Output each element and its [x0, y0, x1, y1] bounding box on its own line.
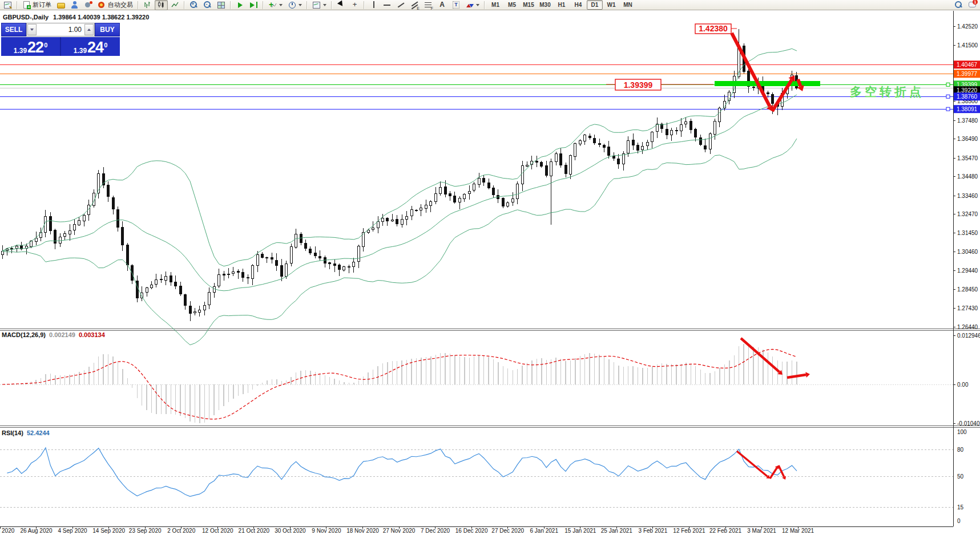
crosshair-tool-button[interactable]: + — [348, 0, 361, 10]
svg-text:1.39220: 1.39220 — [957, 87, 978, 94]
svg-text:21 Oct 2020: 21 Oct 2020 — [239, 528, 270, 534]
chart-canvas[interactable]: 1.423801.39399多空转折点1.425201.415001.38500… — [0, 0, 980, 535]
shapes-tool-button[interactable] — [463, 0, 482, 10]
svg-text:12 Feb 2021: 12 Feb 2021 — [673, 528, 705, 534]
chat-badge: 1 — [973, 0, 978, 5]
zoom-in-button[interactable]: + — [187, 0, 200, 10]
tab-timeframe-d1[interactable]: D1 — [587, 0, 603, 10]
hline-tool-button[interactable] — [381, 0, 394, 10]
vline-tool-button[interactable] — [367, 0, 380, 10]
sell-button[interactable]: SELL — [1, 23, 26, 37]
svg-text:1.29440: 1.29440 — [957, 268, 978, 274]
turning-point-note: 多空转折点 — [850, 85, 924, 99]
line-chart-button[interactable] — [168, 0, 182, 10]
svg-text:22 Feb 2021: 22 Feb 2021 — [709, 528, 742, 534]
indicators-caret-icon — [279, 4, 283, 6]
svg-text:1.40467: 1.40467 — [957, 62, 978, 68]
shapes-caret-icon — [476, 4, 479, 6]
auto-scroll-button[interactable] — [233, 0, 247, 10]
indicators-button[interactable]: + — [266, 0, 285, 10]
tab-timeframe-h1[interactable]: H1 — [554, 0, 570, 10]
svg-text:15: 15 — [957, 504, 964, 510]
fibonacci-tool-button[interactable]: F — [422, 0, 435, 10]
new-order-button[interactable]: + 新订单 — [20, 0, 54, 10]
chart-shift-button[interactable] — [247, 0, 260, 10]
fibonacci-icon: F — [424, 1, 433, 9]
ask-price[interactable]: 1.39240 — [61, 37, 120, 56]
periods-button[interactable] — [285, 0, 304, 10]
svg-text:27 Dec 2020: 27 Dec 2020 — [491, 528, 524, 534]
search-button[interactable] — [952, 0, 965, 10]
chart-shift-icon — [249, 1, 258, 9]
triangle-down-icon — [30, 29, 34, 31]
svg-text:0: 0 — [957, 518, 961, 524]
tab-timeframe-m5[interactable]: M5 — [504, 0, 520, 10]
clock-icon — [288, 1, 296, 9]
volume-box: 1.00 — [26, 23, 95, 37]
svg-text:1.30460: 1.30460 — [957, 249, 978, 255]
hline-icon — [383, 1, 392, 9]
channel-tool-button[interactable]: E — [408, 0, 421, 10]
auto-trading-label: 自动交易 — [108, 1, 133, 9]
buy-button[interactable]: BUY — [95, 23, 120, 37]
volume-down-button[interactable] — [27, 24, 37, 35]
support-zone-bar — [715, 81, 820, 86]
indicators-icon: + — [268, 1, 277, 9]
zoom-out-button[interactable]: - — [201, 0, 214, 10]
cursor-icon — [337, 1, 345, 9]
svg-text:0.00: 0.00 — [957, 382, 969, 388]
svg-text:25 Jan 2021: 25 Jan 2021 — [601, 528, 632, 534]
gold-button[interactable] — [54, 0, 67, 10]
svg-text:23 Sep 2020: 23 Sep 2020 — [129, 528, 162, 534]
tab-timeframe-mn[interactable]: MN — [620, 0, 636, 10]
svg-text:12 Oct 2020: 12 Oct 2020 — [202, 528, 233, 534]
bid-price[interactable]: 1.39220 — [1, 37, 61, 56]
channel-icon: E — [410, 1, 419, 9]
tab-timeframe-m30[interactable]: M30 — [537, 0, 553, 10]
svg-text:-0.010401: -0.010401 — [957, 420, 980, 427]
label-tool-button[interactable]: T — [449, 0, 462, 10]
macd-signal-value: 0.003134 — [79, 331, 105, 338]
volume-up-button[interactable] — [84, 24, 94, 35]
main-toolbar: + 新订单 自动交易 + - + + E F A T M1M5M15M30H1H… — [0, 0, 980, 10]
line-handle — [946, 107, 950, 111]
gold-icon — [57, 1, 65, 9]
tab-timeframe-h4[interactable]: H4 — [570, 0, 586, 10]
tile-windows-button[interactable] — [215, 0, 228, 10]
trendline-icon — [397, 1, 405, 9]
community-button[interactable] — [68, 0, 81, 10]
tab-timeframe-w1[interactable]: W1 — [603, 0, 619, 10]
svg-text:9 Nov 2020: 9 Nov 2020 — [312, 528, 341, 534]
rsi-indicator-label: RSI(14)52.4244 — [2, 429, 50, 436]
chat-button[interactable]: 1 — [966, 0, 979, 10]
new-order-label: 新订单 — [33, 1, 51, 9]
text-tool-button[interactable]: A — [435, 0, 449, 10]
svg-text:27 Nov 2020: 27 Nov 2020 — [383, 528, 416, 534]
svg-text:1.35470: 1.35470 — [957, 155, 978, 161]
periods-caret-icon — [299, 4, 302, 6]
svg-text:3 Mar 2021: 3 Mar 2021 — [747, 528, 776, 534]
svg-text:0.012946: 0.012946 — [957, 333, 980, 339]
auto-scroll-icon — [236, 1, 244, 9]
bar-chart-button[interactable] — [141, 0, 154, 10]
svg-text:1.28450: 1.28450 — [957, 286, 978, 293]
zoom-in-icon: + — [189, 1, 198, 9]
tile-windows-icon — [217, 1, 225, 9]
svg-text:1.36490: 1.36490 — [957, 136, 978, 142]
svg-text:1.41500: 1.41500 — [957, 42, 978, 48]
cursor-tool-button[interactable] — [334, 0, 348, 10]
volume-input[interactable]: 1.00 — [37, 23, 84, 36]
auto-trading-button[interactable]: 自动交易 — [95, 0, 135, 10]
chart-window-button[interactable] — [1, 0, 14, 10]
templates-button[interactable] — [310, 0, 329, 10]
trendline-tool-button[interactable] — [394, 0, 408, 10]
tab-timeframe-m1[interactable]: M1 — [487, 0, 503, 10]
crosshair-icon: + — [350, 1, 359, 9]
label-icon: T — [451, 1, 460, 9]
signals-button[interactable] — [82, 0, 95, 10]
svg-text:18 Nov 2020: 18 Nov 2020 — [346, 528, 379, 534]
tab-timeframe-m15[interactable]: M15 — [521, 0, 537, 10]
svg-text:30 Oct 2020: 30 Oct 2020 — [275, 528, 306, 534]
candle-chart-button[interactable] — [155, 0, 168, 10]
line-handle — [946, 95, 950, 98]
